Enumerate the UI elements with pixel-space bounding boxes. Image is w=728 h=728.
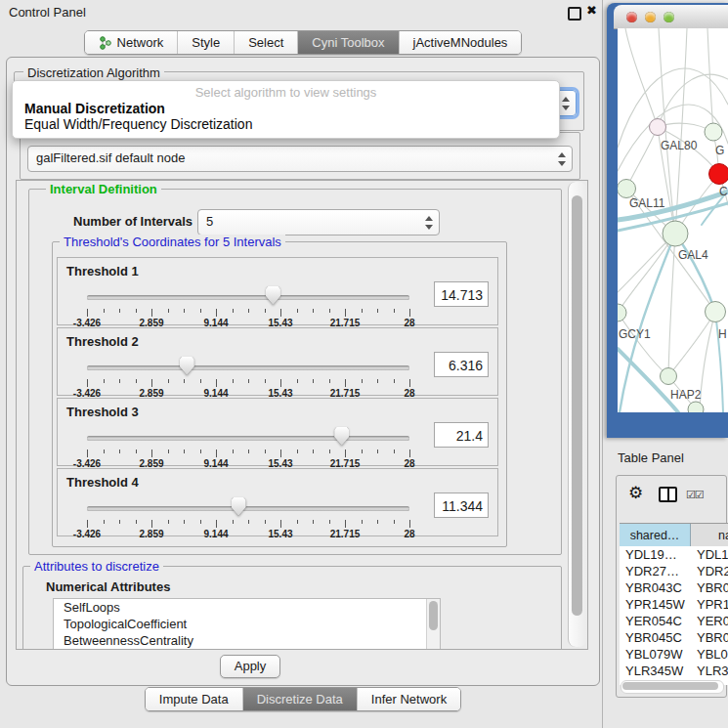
cell-name: YDR2 — [690, 563, 728, 579]
number-of-intervals-combobox[interactable]: 5 — [197, 209, 440, 236]
network-node[interactable] — [650, 119, 666, 136]
tab-style[interactable]: Style — [178, 31, 235, 54]
tab-jactivemnodules[interactable]: jActiveMNodules — [400, 31, 522, 54]
network-node[interactable] — [618, 180, 636, 198]
slider-thumb[interactable] — [334, 427, 349, 446]
threshold-label: Threshold 4 — [66, 475, 139, 490]
table-data-combobox[interactable]: galFiltered.sif default node — [27, 146, 573, 172]
tick-label: 15.43 — [268, 529, 292, 539]
table-row[interactable]: YDR27…YDR2 — [620, 563, 728, 579]
close-panel-icon[interactable]: ✖ — [586, 3, 597, 18]
tab-impute-data[interactable]: Impute Data — [146, 688, 243, 710]
table-row[interactable]: YDL19…YDL1 — [620, 546, 728, 563]
node-label: GAL11 — [629, 196, 665, 210]
network-node[interactable] — [688, 402, 704, 412]
slider-track[interactable] — [87, 506, 409, 511]
algorithm-option-equal-width-frequency-discretization[interactable]: Equal Width/Frequency Discretization — [13, 116, 559, 132]
cell-name: YLR3 — [690, 663, 728, 679]
cell-shared-name: YBR043C — [620, 579, 690, 596]
checkboxes-icon[interactable]: ☑☑ — [686, 489, 704, 501]
scrollbar-thumb[interactable] — [622, 682, 718, 690]
cell-shared-name: YDL19… — [620, 546, 690, 563]
node-label: HAP2 — [670, 388, 702, 402]
network-node[interactable] — [705, 123, 722, 141]
tab-label: Style — [192, 35, 220, 50]
slider-thumb[interactable] — [180, 357, 194, 375]
tab-infer-network[interactable]: Infer Network — [358, 688, 460, 710]
column-header-name[interactable]: na — [691, 524, 728, 547]
table-row[interactable]: YBR043CYBR0 — [620, 579, 728, 596]
settings-scroll-viewport: Interval Definition Number of Intervals … — [16, 180, 588, 650]
tick-label: 2.859 — [139, 529, 163, 539]
gear-icon[interactable]: ⚙ — [628, 483, 643, 503]
list-scrollbar[interactable] — [426, 599, 440, 650]
node-label: G — [715, 144, 724, 157]
tab-label: Network — [117, 35, 164, 50]
panel-splitter[interactable] — [602, 0, 603, 728]
table-row[interactable]: YPR145WYPR1 — [620, 596, 728, 613]
threshold-slider-list: Threshold 1-3.4262.8599.14415.4321.71528… — [57, 257, 498, 538]
minimize-light[interactable] — [645, 12, 656, 22]
network-edge[interactable] — [658, 74, 728, 127]
bottom-tab-bar: Impute DataDiscretize DataInfer Network — [0, 687, 606, 711]
slider-track[interactable] — [87, 295, 409, 300]
threshold-value-field[interactable]: 6.316 — [434, 352, 489, 377]
slider-thumb[interactable] — [266, 286, 280, 305]
network-canvas[interactable]: GAL80GCGAL11GAL4GCY1HHAP2 — [618, 28, 728, 412]
slider-track[interactable] — [87, 365, 409, 370]
slider-track[interactable] — [87, 436, 409, 441]
split-columns-icon[interactable] — [659, 487, 677, 502]
control-panel-titlebar: Control Panel ✖ — [0, 0, 606, 25]
tab-select[interactable]: Select — [235, 31, 298, 54]
network-node[interactable] — [709, 164, 728, 185]
threshold-value-field[interactable]: 21.4 — [434, 422, 489, 448]
thresholds-group-label: Threshold's Coordinates for 5 Intervals — [60, 235, 285, 249]
panel-scrollbar[interactable] — [568, 182, 586, 647]
attribute-item[interactable]: TopologicalCoefficient — [54, 616, 440, 632]
network-window-titlebar[interactable] — [614, 5, 728, 29]
numerical-attributes-list: SelfLoopsTopologicalCoefficientBetweenne… — [53, 598, 441, 650]
algorithm-option-manual-discretization[interactable]: Manual Discretization — [13, 101, 559, 116]
node-label: GCY1 — [619, 327, 651, 341]
zoom-light[interactable] — [664, 12, 674, 22]
slider-thumb[interactable] — [232, 497, 246, 516]
threshold-panel: Threshold 4-3.4262.8599.14415.4321.71528… — [57, 468, 498, 536]
network-node[interactable] — [661, 368, 677, 385]
column-header-shared[interactable]: shared… — [620, 524, 691, 547]
tab-cyni-toolbox[interactable]: Cyni Toolbox — [298, 31, 399, 54]
network-edge[interactable] — [700, 312, 715, 412]
tick-label: 21.715 — [330, 529, 361, 539]
network-node[interactable] — [663, 221, 688, 246]
scrollbar-thumb[interactable] — [572, 195, 582, 616]
network-node[interactable] — [706, 302, 726, 322]
apply-button[interactable]: Apply — [220, 655, 280, 678]
network-edge[interactable] — [620, 234, 675, 412]
cell-shared-name: YDR27… — [620, 563, 690, 579]
threshold-value-field[interactable]: 14.713 — [434, 281, 489, 307]
threshold-label: Threshold 1 — [66, 264, 139, 278]
attribute-item[interactable]: BetweennessCentrality — [54, 632, 440, 649]
network-edge[interactable] — [618, 234, 675, 313]
table-panel-title: Table Panel — [618, 450, 684, 465]
threshold-value-field[interactable]: 11.344 — [434, 492, 489, 518]
discretization-algorithm-label: Discretization Algorithm — [23, 65, 164, 80]
close-light[interactable] — [626, 12, 637, 22]
table-row[interactable]: YBL079WYBL0 — [620, 646, 728, 663]
float-window-icon[interactable] — [568, 7, 581, 21]
table-row[interactable]: YLR345WYLR3 — [620, 663, 728, 679]
cell-name: YBR0 — [690, 579, 728, 596]
cell-shared-name: YPR145W — [620, 596, 690, 613]
tick-label: -3.426 — [73, 529, 101, 539]
network-edge[interactable] — [626, 127, 658, 189]
tab-discretize-data[interactable]: Discretize Data — [243, 688, 358, 710]
cell-shared-name: YBL079W — [620, 646, 690, 663]
network-edge[interactable] — [668, 234, 675, 376]
cell-name: YBR0 — [690, 629, 728, 646]
table-hscrollbar[interactable] — [621, 680, 724, 694]
network-node[interactable] — [618, 304, 626, 321]
attribute-item[interactable]: SelfLoops — [54, 599, 440, 616]
network-edge[interactable] — [625, 28, 658, 127]
table-row[interactable]: YBR045CYBR0 — [620, 629, 728, 646]
table-row[interactable]: YER054CYER0 — [620, 613, 728, 629]
tab-network[interactable]: Network — [85, 31, 179, 54]
